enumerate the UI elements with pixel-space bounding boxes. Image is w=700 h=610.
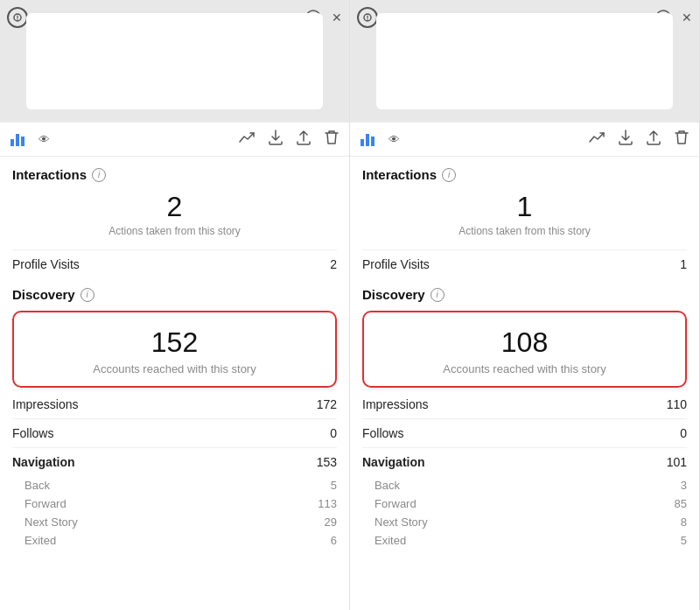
right-barchart-icon[interactable] xyxy=(360,132,376,146)
left-actions-number: 2 xyxy=(12,191,337,223)
left-barchart-icon[interactable] xyxy=(10,132,26,146)
left-reach-number: 152 xyxy=(23,326,326,359)
right-trending-icon[interactable] xyxy=(589,131,605,147)
left-nextstory-row: Next Story 29 xyxy=(12,513,337,531)
right-profile-visits-row: Profile Visits 1 xyxy=(362,249,687,278)
right-forward-row: Forward 85 xyxy=(362,494,687,513)
left-panel: ✕ xyxy=(0,0,350,610)
left-close-icon[interactable]: ✕ xyxy=(332,11,342,25)
left-exited-row: Exited 6 xyxy=(12,531,337,550)
left-actions-label: Actions taken from this story xyxy=(12,225,337,237)
left-trending-icon[interactable] xyxy=(239,131,255,147)
left-discovery-highlight: 152 Accounts reached with this story xyxy=(12,311,337,388)
right-actions-label: Actions taken from this story xyxy=(362,225,687,237)
left-interactions-info[interactable]: i xyxy=(92,168,106,182)
right-reach-number: 108 xyxy=(373,326,676,359)
right-eye-icon[interactable]: 👁 xyxy=(388,133,400,146)
right-reach-label: Accounts reached with this story xyxy=(373,362,676,375)
right-exited-row: Exited 5 xyxy=(362,531,687,550)
right-impressions-row: Impressions 110 xyxy=(362,389,687,418)
left-share-icon[interactable] xyxy=(297,130,311,149)
left-story-image xyxy=(26,13,323,109)
left-discovery-info[interactable]: i xyxy=(80,288,94,302)
right-panel: ✕ xyxy=(350,0,700,610)
left-follows-row: Follows 0 xyxy=(12,418,337,447)
right-trash-icon[interactable] xyxy=(675,130,689,149)
left-reach-label: Accounts reached with this story xyxy=(23,362,326,375)
left-profile-visits-row: Profile Visits 2 xyxy=(12,249,337,278)
right-discovery-info[interactable]: i xyxy=(430,288,444,302)
right-toolbar: 👁 xyxy=(350,123,699,157)
left-forward-row: Forward 113 xyxy=(12,494,337,513)
right-download2-icon[interactable] xyxy=(619,130,633,149)
right-circle-icon[interactable] xyxy=(357,7,378,28)
right-interactions-title: Interactions i xyxy=(362,167,687,182)
left-back-row: Back 5 xyxy=(12,476,337,494)
right-nextstory-row: Next Story 8 xyxy=(362,513,687,531)
left-circle-icon[interactable] xyxy=(7,7,28,28)
right-close-icon[interactable]: ✕ xyxy=(682,11,692,25)
left-eye-icon[interactable]: 👁 xyxy=(38,133,50,146)
right-back-row: Back 3 xyxy=(362,476,687,494)
right-discovery-title: Discovery i xyxy=(362,287,687,302)
right-story-preview: ✕ xyxy=(350,0,699,123)
left-impressions-row: Impressions 172 xyxy=(12,389,337,418)
right-actions-number: 1 xyxy=(362,191,687,223)
left-story-preview: ✕ xyxy=(0,0,349,123)
right-navigation-row: Navigation 101 xyxy=(362,447,687,476)
right-stats: Interactions i 1 Actions taken from this… xyxy=(350,157,699,610)
right-follows-row: Follows 0 xyxy=(362,418,687,447)
right-discovery-highlight: 108 Accounts reached with this story xyxy=(362,311,687,388)
right-interactions-info[interactable]: i xyxy=(442,168,456,182)
left-download2-icon[interactable] xyxy=(269,130,283,149)
left-interactions-title: Interactions i xyxy=(12,167,337,182)
right-story-image xyxy=(376,13,673,109)
left-discovery-title: Discovery i xyxy=(12,287,337,302)
left-navigation-row: Navigation 153 xyxy=(12,447,337,476)
left-stats: Interactions i 2 Actions taken from this… xyxy=(0,157,349,610)
left-trash-icon[interactable] xyxy=(325,130,339,149)
left-toolbar: 👁 xyxy=(0,123,349,157)
right-share-icon[interactable] xyxy=(647,130,661,149)
